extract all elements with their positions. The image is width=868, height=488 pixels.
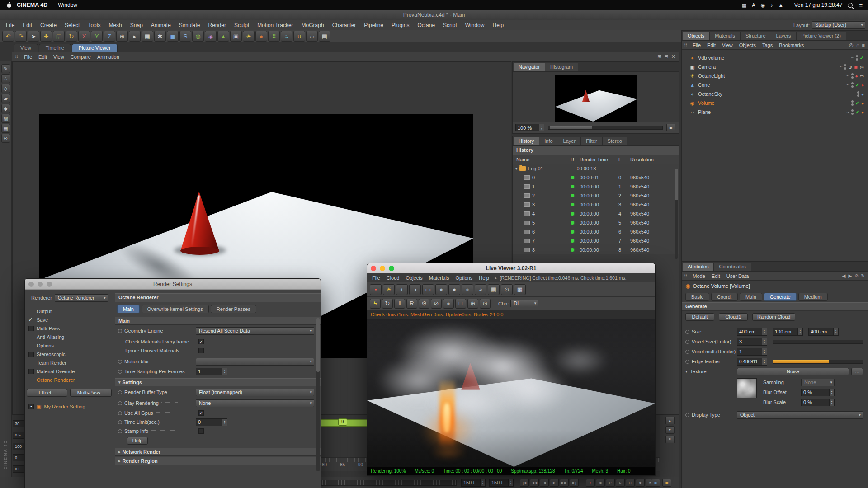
history-row[interactable]: 800:00:008960x540	[513, 245, 679, 254]
undo-icon[interactable]: ↶	[2, 31, 14, 42]
previous-frame-button[interactable]: ◀	[540, 479, 549, 487]
model-mode-icon[interactable]: ◆	[1, 104, 10, 113]
add-spline-icon[interactable]: S	[179, 31, 191, 42]
lv-region-icon[interactable]: R	[406, 299, 417, 309]
noise-shader-button[interactable]: Noise	[737, 368, 849, 375]
edit-wave-icon[interactable]: ~	[853, 91, 855, 97]
multipass-button[interactable]: Multi-Pass...	[70, 389, 112, 397]
render-buffer-select[interactable]: Float (tonemapped)	[196, 389, 314, 396]
history-row[interactable]: 400:00:004960x540	[513, 209, 679, 218]
menu-window[interactable]: Window	[461, 22, 489, 28]
move-icon[interactable]: ✚	[40, 31, 52, 42]
lock-icon[interactable]: ⊘	[854, 273, 858, 278]
keyframe-position-button[interactable]: P	[606, 479, 615, 487]
protection-tag-icon[interactable]: ◎	[860, 65, 864, 70]
edge-feather-slider[interactable]	[773, 360, 863, 364]
geometry-engine-select[interactable]: Resend All Scene Data	[196, 327, 314, 335]
column-f[interactable]: F	[618, 157, 630, 162]
y-axis-icon[interactable]: Y	[91, 31, 103, 42]
render-view-icon[interactable]: ▸	[129, 31, 141, 42]
display-mirror-icon[interactable]: ▦	[742, 2, 746, 8]
history-group-row[interactable]: ▾ Fog 01 00:00:18	[513, 164, 679, 173]
tab-view[interactable]: View	[14, 44, 38, 52]
objects-menu-file[interactable]: File	[689, 42, 704, 48]
lv-mixed-sphere-icon[interactable]: ◕	[475, 284, 486, 295]
maximize-panel-icon[interactable]: ⊟	[665, 54, 669, 60]
lv-settings-icon[interactable]: ⚙	[419, 299, 429, 309]
layer-yellow-icon[interactable]: ▣	[662, 479, 671, 487]
lv-diffuse-sphere-icon[interactable]: ●	[435, 284, 447, 295]
menu-pipeline[interactable]: Pipeline	[360, 22, 387, 28]
target-tag-icon[interactable]: ⊕	[848, 65, 852, 70]
frame-spinner-field[interactable]: 100	[13, 443, 24, 450]
rs-page-output[interactable]: Output	[27, 307, 113, 315]
subtab-main[interactable]: Main	[740, 293, 762, 301]
frame-spinner-field[interactable]: 30	[13, 420, 24, 427]
tab-navigator[interactable]: Navigator	[514, 63, 545, 71]
visibility-dots-icon[interactable]	[844, 64, 846, 70]
add-environment-icon[interactable]: ▲	[217, 31, 229, 42]
x-axis-icon[interactable]: X	[78, 31, 90, 42]
timeline-scrollbar-rail[interactable]: ▴ ▾ ≡	[660, 415, 679, 477]
simulate-icon[interactable]: ≈	[281, 31, 292, 42]
column-render-time[interactable]: Render Time	[580, 157, 618, 162]
material-tag-icon[interactable]: ●	[861, 83, 864, 88]
attributes-menu-edit[interactable]: Edit	[708, 273, 723, 279]
detach-panel-icon[interactable]: ⊞	[657, 54, 661, 60]
add-material-icon[interactable]: ●	[255, 31, 267, 42]
light-tag-icon[interactable]: ●	[855, 74, 858, 79]
lv-menu-help[interactable]: Help	[476, 275, 492, 281]
workplane-icon[interactable]: ▱	[306, 31, 318, 42]
settings-section-header[interactable]: ▾Settings	[115, 378, 321, 386]
polygons-mode-icon[interactable]: ▰	[1, 94, 10, 103]
panel-menu-button[interactable]: ≡	[665, 436, 675, 443]
anim-dot-icon[interactable]	[118, 420, 122, 424]
subtab-basic[interactable]: Basic	[685, 293, 709, 301]
motion-blur-select[interactable]	[196, 358, 314, 366]
team-render-icon[interactable]: ▤	[319, 31, 330, 42]
render-settings-icon[interactable]: ✱	[154, 31, 166, 42]
tab-layers[interactable]: Layers	[771, 32, 797, 40]
visibility-dots-icon[interactable]	[857, 91, 859, 97]
anim-dot-icon[interactable]	[118, 360, 122, 364]
close-panel-icon[interactable]: ✕	[671, 54, 675, 60]
anim-dot-icon[interactable]	[685, 350, 689, 354]
anim-dot-icon[interactable]	[118, 390, 122, 394]
pv-menu-view[interactable]: View	[50, 54, 67, 60]
history-row[interactable]: 200:00:002960x540	[513, 191, 679, 200]
tab-coordinates[interactable]: Coordinates	[714, 263, 751, 271]
play-button[interactable]: ▶	[550, 479, 559, 487]
pen-tool-icon[interactable]: ✎	[1, 64, 10, 73]
zoom-slider[interactable]	[548, 126, 663, 130]
history-scrollbar[interactable]	[675, 169, 678, 259]
add-generator-icon[interactable]: ◍	[192, 31, 204, 42]
menu-character[interactable]: Character	[328, 22, 360, 28]
range-end-field[interactable]: 150 F▴▾	[489, 479, 514, 487]
menu-motion-tracker[interactable]: Motion Tracker	[253, 22, 297, 28]
size-x-field[interactable]: 400 cm▴▾	[737, 328, 767, 336]
add-deformer-icon[interactable]: ◈	[205, 31, 217, 42]
blur-offset-field[interactable]: 0 %▴▾	[801, 389, 835, 396]
subtab-generate[interactable]: Generate	[764, 293, 797, 301]
rotate-icon[interactable]: ↻	[66, 31, 77, 42]
lv-beauty-pass-icon[interactable]: ◐	[396, 284, 408, 295]
menu-plugins[interactable]: Plugins	[387, 22, 413, 28]
column-resolution[interactable]: Resolution	[630, 157, 672, 162]
rs-page-material-override[interactable]: Material Override	[27, 367, 113, 375]
add-cube-icon[interactable]: ◼	[167, 31, 179, 42]
expander-icon[interactable]: ▾	[685, 369, 688, 374]
tab-layer[interactable]: Layer	[558, 137, 581, 145]
visibility-dots-icon[interactable]	[851, 100, 854, 106]
rs-page-options[interactable]: Options	[27, 341, 113, 350]
points-mode-icon[interactable]: ∴	[1, 74, 10, 83]
page-enable-checkbox[interactable]	[28, 352, 34, 357]
lv-menu-materials[interactable]: Materials	[426, 275, 453, 281]
menu-mesh[interactable]: Mesh	[104, 22, 126, 28]
pv-menu-edit[interactable]: Edit	[35, 54, 50, 60]
help-button[interactable]: Help	[127, 437, 148, 445]
rs-tab-render-passes[interactable]: Render Passes	[211, 305, 256, 313]
edit-wave-icon[interactable]: ~	[846, 73, 849, 79]
history-row[interactable]: 100:00:001960x540	[513, 182, 679, 191]
object-plane[interactable]: ▱Plane~✓●	[682, 108, 868, 117]
live-viewer-titlebar[interactable]: Live Viewer 3.02-R1	[367, 263, 655, 273]
